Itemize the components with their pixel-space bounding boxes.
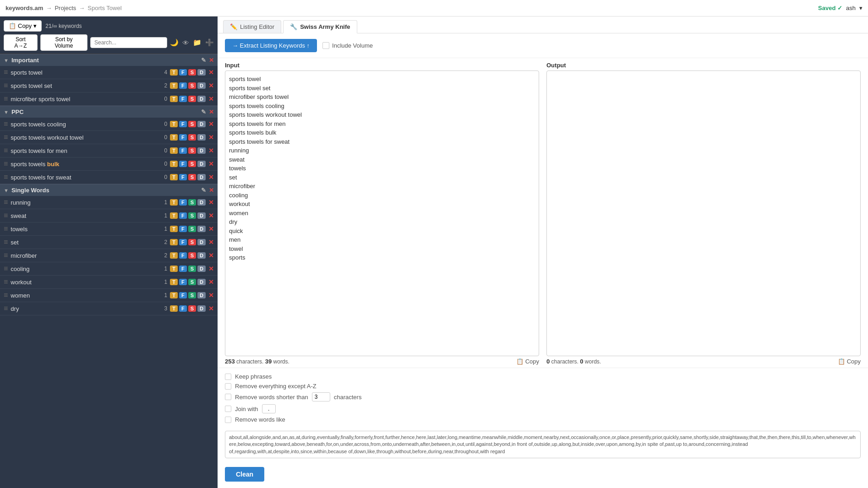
delete-keyword-button[interactable]: ✕: [208, 174, 214, 181]
tag-f[interactable]: F: [179, 252, 187, 259]
tag-d[interactable]: D: [197, 199, 206, 206]
breadcrumb-projects[interactable]: Projects: [55, 5, 76, 11]
tag-s[interactable]: S: [188, 121, 196, 127]
tag-f[interactable]: F: [179, 305, 187, 312]
drag-handle-icon[interactable]: ≡: [4, 211, 8, 220]
tag-s[interactable]: S: [188, 279, 196, 285]
tag-d[interactable]: D: [197, 161, 206, 167]
tag-s[interactable]: S: [188, 292, 196, 298]
sort-az-button[interactable]: Sort A→Z: [4, 34, 38, 51]
tag-s[interactable]: S: [188, 305, 196, 312]
delete-keyword-button[interactable]: ✕: [208, 278, 214, 286]
delete-keyword-button[interactable]: ✕: [208, 120, 214, 128]
delete-group-icon[interactable]: ✕: [209, 57, 214, 64]
join-with-checkbox[interactable]: [225, 406, 231, 412]
tag-s[interactable]: S: [188, 96, 196, 102]
drag-handle-icon[interactable]: ≡: [4, 133, 8, 141]
add-icon[interactable]: ➕: [205, 38, 214, 47]
user-chevron-icon[interactable]: ▾: [859, 5, 863, 11]
tag-t[interactable]: T: [170, 82, 178, 89]
tag-t[interactable]: T: [170, 147, 178, 154]
tag-d[interactable]: D: [197, 174, 206, 180]
drag-handle-icon[interactable]: ≡: [4, 160, 8, 168]
tag-s[interactable]: S: [188, 174, 196, 180]
delete-keyword-button[interactable]: ✕: [208, 239, 214, 246]
tag-d[interactable]: D: [197, 82, 206, 89]
tag-t[interactable]: T: [170, 161, 178, 167]
delete-keyword-button[interactable]: ✕: [208, 82, 214, 89]
remove-short-input[interactable]: [312, 392, 330, 401]
delete-keyword-button[interactable]: ✕: [208, 292, 214, 299]
group-header-ppc[interactable]: ▼ PPC ✎ ✕: [0, 106, 218, 118]
tag-f[interactable]: F: [179, 239, 187, 245]
delete-keyword-button[interactable]: ✕: [208, 69, 214, 76]
output-copy-button[interactable]: 📋 Copy: [838, 358, 861, 365]
drag-handle-icon[interactable]: ≡: [4, 120, 8, 128]
tag-f[interactable]: F: [179, 69, 187, 76]
tag-d[interactable]: D: [197, 279, 206, 285]
tag-f[interactable]: F: [179, 161, 187, 167]
extract-keywords-button[interactable]: → Extract Listing Keywords ↑: [225, 39, 317, 52]
keep-phrases-checkbox[interactable]: [225, 374, 231, 380]
tag-d[interactable]: D: [197, 252, 206, 259]
edit-group-icon[interactable]: ✎: [201, 57, 206, 64]
stopwords-textarea[interactable]: [225, 431, 861, 458]
tag-t[interactable]: T: [170, 252, 178, 259]
join-with-input[interactable]: [262, 404, 276, 413]
tag-d[interactable]: D: [197, 96, 206, 102]
delete-keyword-button[interactable]: ✕: [208, 225, 214, 233]
input-textarea[interactable]: [225, 70, 539, 356]
delete-group-icon[interactable]: ✕: [209, 108, 214, 115]
tag-s[interactable]: S: [188, 266, 196, 272]
tag-s[interactable]: S: [188, 69, 196, 76]
tag-t[interactable]: T: [170, 279, 178, 285]
tag-f[interactable]: F: [179, 134, 187, 141]
tag-d[interactable]: D: [197, 266, 206, 272]
tag-t[interactable]: T: [170, 305, 178, 312]
tag-s[interactable]: S: [188, 252, 196, 259]
tag-f[interactable]: F: [179, 121, 187, 127]
tag-t[interactable]: T: [170, 226, 178, 232]
user-menu[interactable]: ash: [846, 5, 856, 11]
tag-d[interactable]: D: [197, 226, 206, 232]
tag-t[interactable]: T: [170, 96, 178, 102]
drag-handle-icon[interactable]: ≡: [4, 291, 8, 299]
group-header-single-words[interactable]: ▼ Single Words ✎ ✕: [0, 184, 218, 196]
drag-handle-icon[interactable]: ≡: [4, 251, 8, 260]
output-textarea[interactable]: [546, 70, 861, 356]
tag-d[interactable]: D: [197, 212, 206, 219]
delete-keyword-button[interactable]: ✕: [208, 212, 214, 219]
clean-button[interactable]: Clean: [225, 467, 264, 482]
drag-handle-icon[interactable]: ≡: [4, 198, 8, 206]
input-copy-button[interactable]: 📋 Copy: [516, 358, 539, 365]
tab-swiss-army-knife[interactable]: 🔧 Swiss Army Knife: [283, 20, 357, 33]
drag-handle-icon[interactable]: ≡: [4, 278, 8, 286]
tag-s[interactable]: S: [188, 134, 196, 141]
tag-f[interactable]: F: [179, 266, 187, 272]
tag-s[interactable]: S: [188, 199, 196, 206]
edit-group-icon[interactable]: ✎: [201, 187, 206, 194]
tag-t[interactable]: T: [170, 69, 178, 76]
tag-s[interactable]: S: [188, 226, 196, 232]
tag-d[interactable]: D: [197, 292, 206, 298]
tag-s[interactable]: S: [188, 161, 196, 167]
drag-handle-icon[interactable]: ≡: [4, 68, 8, 76]
copy-button[interactable]: 📋 Copy ▾: [4, 20, 42, 32]
delete-keyword-button[interactable]: ✕: [208, 199, 214, 206]
tag-d[interactable]: D: [197, 69, 206, 76]
delete-keyword-button[interactable]: ✕: [208, 252, 214, 259]
tag-d[interactable]: D: [197, 121, 206, 127]
tag-d[interactable]: D: [197, 239, 206, 245]
delete-group-icon[interactable]: ✕: [209, 187, 214, 194]
drag-handle-icon[interactable]: ≡: [4, 225, 8, 233]
delete-keyword-button[interactable]: ✕: [208, 160, 214, 168]
moon-icon[interactable]: 🌙: [170, 38, 179, 47]
remove-az-checkbox[interactable]: [225, 383, 231, 390]
drag-handle-icon[interactable]: ≡: [4, 146, 8, 155]
tag-t[interactable]: T: [170, 199, 178, 206]
delete-keyword-button[interactable]: ✕: [208, 95, 214, 103]
group-header-important[interactable]: ▼ Important ✎ ✕: [0, 54, 218, 66]
tag-f[interactable]: F: [179, 82, 187, 89]
tag-d[interactable]: D: [197, 134, 206, 141]
tag-f[interactable]: F: [179, 199, 187, 206]
